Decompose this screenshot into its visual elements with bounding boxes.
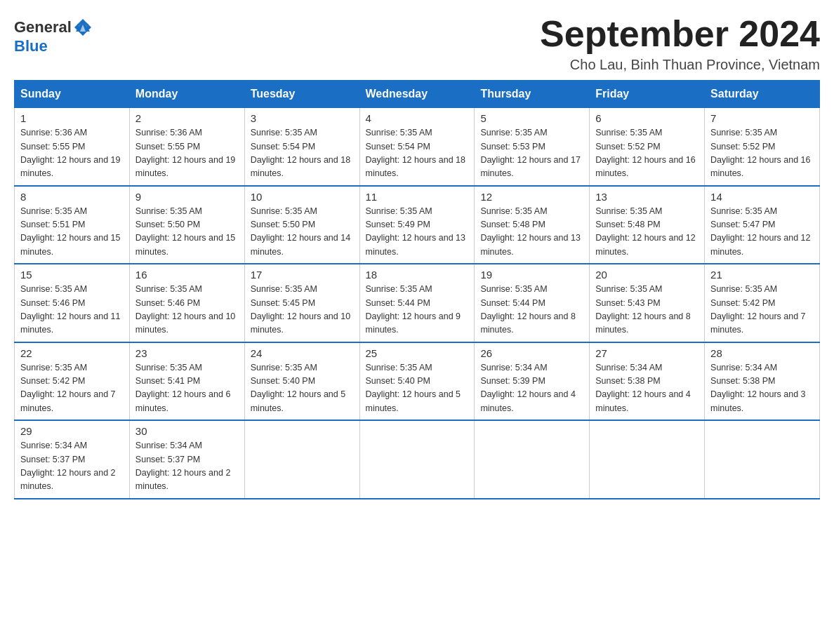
day-info: Sunrise: 5:35 AMSunset: 5:54 PMDaylight:… (251, 126, 354, 181)
weekday-header-monday: Monday (129, 81, 244, 108)
day-info: Sunrise: 5:34 AMSunset: 5:39 PMDaylight:… (480, 361, 583, 416)
day-info: Sunrise: 5:35 AMSunset: 5:44 PMDaylight:… (366, 283, 469, 337)
day-info: Sunrise: 5:34 AMSunset: 5:37 PMDaylight:… (135, 439, 239, 494)
day-info: Sunrise: 5:35 AMSunset: 5:47 PMDaylight:… (710, 205, 814, 260)
day-number: 13 (595, 191, 699, 203)
day-number: 26 (480, 347, 583, 359)
calendar-cell: 11 Sunrise: 5:35 AMSunset: 5:49 PMDaylig… (359, 186, 475, 264)
calendar-cell: 24 Sunrise: 5:35 AMSunset: 5:40 PMDaylig… (244, 342, 359, 421)
day-info: Sunrise: 5:35 AMSunset: 5:50 PMDaylight:… (251, 205, 354, 260)
calendar-cell: 5 Sunrise: 5:35 AMSunset: 5:53 PMDayligh… (475, 108, 590, 186)
calendar-cell: 18 Sunrise: 5:35 AMSunset: 5:44 PMDaylig… (359, 264, 475, 342)
day-number: 12 (480, 191, 583, 203)
weekday-header-tuesday: Tuesday (244, 81, 359, 108)
day-number: 10 (251, 191, 354, 203)
day-info: Sunrise: 5:35 AMSunset: 5:53 PMDaylight:… (480, 126, 583, 181)
calendar-cell: 10 Sunrise: 5:35 AMSunset: 5:50 PMDaylig… (244, 186, 359, 264)
day-info: Sunrise: 5:35 AMSunset: 5:43 PMDaylight:… (595, 283, 699, 337)
day-number: 11 (366, 191, 469, 203)
day-number: 2 (135, 112, 239, 124)
calendar-cell (590, 420, 705, 499)
calendar-cell: 4 Sunrise: 5:35 AMSunset: 5:54 PMDayligh… (359, 108, 475, 186)
day-number: 6 (595, 112, 699, 124)
calendar-cell: 22 Sunrise: 5:35 AMSunset: 5:42 PMDaylig… (15, 342, 130, 421)
logo-blue-text: Blue (14, 37, 48, 55)
day-info: Sunrise: 5:35 AMSunset: 5:51 PMDaylight:… (20, 205, 124, 260)
calendar-cell: 8 Sunrise: 5:35 AMSunset: 5:51 PMDayligh… (15, 186, 130, 264)
calendar-cell: 30 Sunrise: 5:34 AMSunset: 5:37 PMDaylig… (129, 420, 244, 499)
weekday-header-friday: Friday (590, 81, 705, 108)
day-info: Sunrise: 5:35 AMSunset: 5:46 PMDaylight:… (135, 283, 239, 337)
day-info: Sunrise: 5:35 AMSunset: 5:48 PMDaylight:… (480, 205, 583, 260)
day-number: 21 (710, 269, 814, 281)
calendar-week-2: 8 Sunrise: 5:35 AMSunset: 5:51 PMDayligh… (15, 186, 820, 264)
logo-flag-icon (73, 18, 93, 37)
day-info: Sunrise: 5:35 AMSunset: 5:52 PMDaylight:… (595, 126, 699, 181)
calendar-cell: 2 Sunrise: 5:36 AMSunset: 5:55 PMDayligh… (129, 108, 244, 186)
day-number: 4 (366, 112, 469, 124)
page-header: General Blue September 2024 Cho Lau, Bin… (14, 14, 820, 73)
day-info: Sunrise: 5:35 AMSunset: 5:49 PMDaylight:… (366, 205, 469, 260)
calendar-cell: 17 Sunrise: 5:35 AMSunset: 5:45 PMDaylig… (244, 264, 359, 342)
day-number: 9 (135, 191, 239, 203)
calendar-week-1: 1 Sunrise: 5:36 AMSunset: 5:55 PMDayligh… (15, 108, 820, 186)
day-number: 14 (710, 191, 814, 203)
calendar-cell: 15 Sunrise: 5:35 AMSunset: 5:46 PMDaylig… (15, 264, 130, 342)
calendar-cell: 21 Sunrise: 5:35 AMSunset: 5:42 PMDaylig… (705, 264, 820, 342)
day-info: Sunrise: 5:36 AMSunset: 5:55 PMDaylight:… (135, 126, 239, 181)
day-info: Sunrise: 5:35 AMSunset: 5:44 PMDaylight:… (480, 283, 583, 337)
day-info: Sunrise: 5:35 AMSunset: 5:46 PMDaylight:… (20, 283, 124, 337)
day-number: 8 (20, 191, 124, 203)
calendar-cell: 23 Sunrise: 5:35 AMSunset: 5:41 PMDaylig… (129, 342, 244, 421)
day-info: Sunrise: 5:35 AMSunset: 5:42 PMDaylight:… (710, 283, 814, 337)
calendar-week-4: 22 Sunrise: 5:35 AMSunset: 5:42 PMDaylig… (15, 342, 820, 421)
calendar-cell: 28 Sunrise: 5:34 AMSunset: 5:38 PMDaylig… (705, 342, 820, 421)
day-info: Sunrise: 5:35 AMSunset: 5:48 PMDaylight:… (595, 205, 699, 260)
calendar-cell: 3 Sunrise: 5:35 AMSunset: 5:54 PMDayligh… (244, 108, 359, 186)
day-info: Sunrise: 5:35 AMSunset: 5:50 PMDaylight:… (135, 205, 239, 260)
day-number: 3 (251, 112, 354, 124)
day-number: 16 (135, 269, 239, 281)
calendar-cell: 12 Sunrise: 5:35 AMSunset: 5:48 PMDaylig… (475, 186, 590, 264)
day-info: Sunrise: 5:35 AMSunset: 5:45 PMDaylight:… (251, 283, 354, 337)
day-number: 5 (480, 112, 583, 124)
day-number: 30 (135, 425, 239, 437)
day-number: 1 (20, 112, 124, 124)
calendar-week-5: 29 Sunrise: 5:34 AMSunset: 5:37 PMDaylig… (15, 420, 820, 499)
calendar-cell (475, 420, 590, 499)
weekday-header-wednesday: Wednesday (359, 81, 475, 108)
calendar-cell (244, 420, 359, 499)
calendar-cell (359, 420, 475, 499)
day-info: Sunrise: 5:36 AMSunset: 5:55 PMDaylight:… (20, 126, 124, 181)
calendar-cell: 14 Sunrise: 5:35 AMSunset: 5:47 PMDaylig… (705, 186, 820, 264)
day-number: 27 (595, 347, 699, 359)
calendar-cell: 26 Sunrise: 5:34 AMSunset: 5:39 PMDaylig… (475, 342, 590, 421)
calendar-cell: 25 Sunrise: 5:35 AMSunset: 5:40 PMDaylig… (359, 342, 475, 421)
calendar-cell: 19 Sunrise: 5:35 AMSunset: 5:44 PMDaylig… (475, 264, 590, 342)
day-number: 19 (480, 269, 583, 281)
title-block: September 2024 Cho Lau, Binh Thuan Provi… (540, 14, 820, 73)
day-number: 25 (366, 347, 469, 359)
calendar-cell: 1 Sunrise: 5:36 AMSunset: 5:55 PMDayligh… (15, 108, 130, 186)
day-info: Sunrise: 5:35 AMSunset: 5:40 PMDaylight:… (251, 361, 354, 416)
calendar-cell: 27 Sunrise: 5:34 AMSunset: 5:38 PMDaylig… (590, 342, 705, 421)
day-info: Sunrise: 5:34 AMSunset: 5:38 PMDaylight:… (710, 361, 814, 416)
day-info: Sunrise: 5:34 AMSunset: 5:37 PMDaylight:… (20, 439, 124, 494)
calendar-cell: 16 Sunrise: 5:35 AMSunset: 5:46 PMDaylig… (129, 264, 244, 342)
day-info: Sunrise: 5:35 AMSunset: 5:52 PMDaylight:… (710, 126, 814, 181)
calendar-cell: 13 Sunrise: 5:35 AMSunset: 5:48 PMDaylig… (590, 186, 705, 264)
day-number: 29 (20, 425, 124, 437)
month-title: September 2024 (540, 14, 820, 54)
day-info: Sunrise: 5:35 AMSunset: 5:54 PMDaylight:… (366, 126, 469, 181)
calendar-cell (705, 420, 820, 499)
calendar-cell: 6 Sunrise: 5:35 AMSunset: 5:52 PMDayligh… (590, 108, 705, 186)
day-number: 22 (20, 347, 124, 359)
day-number: 18 (366, 269, 469, 281)
calendar-cell: 29 Sunrise: 5:34 AMSunset: 5:37 PMDaylig… (15, 420, 130, 499)
day-number: 24 (251, 347, 354, 359)
calendar-week-3: 15 Sunrise: 5:35 AMSunset: 5:46 PMDaylig… (15, 264, 820, 342)
day-number: 17 (251, 269, 354, 281)
day-info: Sunrise: 5:35 AMSunset: 5:41 PMDaylight:… (135, 361, 239, 416)
location-subtitle: Cho Lau, Binh Thuan Province, Vietnam (540, 57, 820, 73)
weekday-header-sunday: Sunday (15, 81, 130, 108)
